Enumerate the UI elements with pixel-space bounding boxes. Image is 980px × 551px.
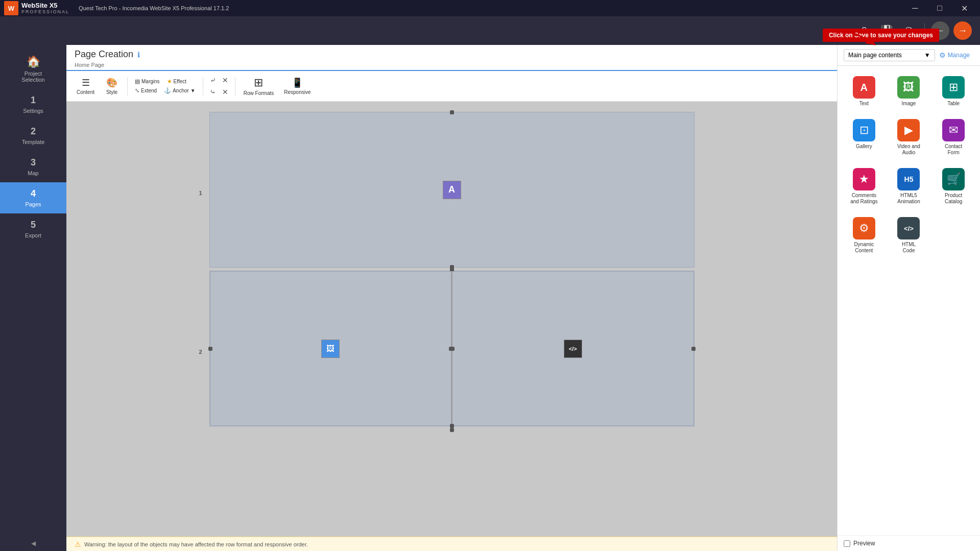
delete-btn-2[interactable]: ✕ [220,86,231,98]
step-num-4: 4 [31,188,36,199]
content-item-product-catalog[interactable]: 🛒 ProductCatalog [933,164,974,209]
text-item-label: Text [859,101,869,107]
content-item-image[interactable]: 🖼 Image [889,72,929,111]
page-info-icon[interactable]: ℹ [137,51,140,59]
responsive-label: Responsive [284,89,310,95]
image-item-label: Image [902,101,916,107]
forward-button[interactable]: → [953,21,972,40]
row-formats-label: Row Formats [244,90,274,96]
resize-handle-top[interactable] [450,110,454,114]
row2-resize-handle-bottom[interactable] [450,424,454,428]
sidebar-item-project-selection[interactable]: 🏠 ProjectSelection [0,49,66,89]
content-item-gallery[interactable]: ⊡ Gallery [844,115,885,160]
sidebar-label-pages: Pages [25,201,41,207]
move-btn-1[interactable]: ⤶ [207,75,219,86]
table-item-label: Table [947,101,960,107]
panel-dropdown-label: Main page contents [848,52,902,59]
comments-ratings-icon-symbol: ★ [859,173,869,186]
content-item-html-code[interactable]: </> HTMLCode [889,213,929,258]
effect-label: Effect [174,79,186,84]
content-icon: ☰ [82,77,90,88]
row-formats-button[interactable]: ⊞ Row Formats [240,74,278,98]
image-icon: 🖼 [897,76,920,99]
comments-ratings-item-label: Commentsand Ratings [850,193,877,205]
right-panel: Main page contents ▼ ⚙ Manage A Text [837,45,980,551]
video-audio-item-label: Video andAudio [897,143,920,156]
style-label: Style [106,89,117,95]
sidebar-collapse-button[interactable]: ◀ [0,536,66,551]
row-1-label: 1 [199,190,202,196]
sidebar-label-export: Export [25,232,41,238]
delete-btn-1[interactable]: ✕ [220,75,231,86]
style-button[interactable]: 🎨 Style [101,75,123,97]
margins-button[interactable]: ▤ Margins [132,77,163,86]
sidebar-item-settings[interactable]: 1 Settings [0,89,66,120]
dynamic-content-icon: ⚙ [853,217,875,239]
content-item-video-audio[interactable]: ▶ Video andAudio [889,115,929,160]
html-code-item-label: HTMLCode [902,242,916,254]
breadcrumb: Home Page [75,62,829,70]
content-item-table[interactable]: ⊞ Table [933,72,974,111]
home-icon: 🏠 [27,55,40,68]
sidebar-item-export[interactable]: 5 Export [0,213,66,245]
titlebar-left: W WebSite X5 PROFESSIONAL Quest Tech Pro… [4,1,229,15]
canvas-area[interactable]: 1 A 2 [66,102,837,537]
content-button[interactable]: ☰ Content [73,75,99,97]
canvas-row-1[interactable]: A [209,112,695,268]
content-item-dynamic-content[interactable]: ⚙ DynamicContent [844,213,885,258]
right-resize-left[interactable] [450,347,455,351]
panel-dropdown[interactable]: Main page contents ▼ [844,49,935,61]
sidebar-item-template[interactable]: 2 Template [0,120,66,151]
gallery-icon-symbol: ⊡ [859,124,869,137]
canvas-bottom-drag-handle[interactable] [450,428,454,432]
canvas-wrapper: 1 A 2 [209,112,695,526]
content-item-html5-animation[interactable]: H5 HTML5Animation [889,164,929,209]
image-icon-symbol: 🖼 [903,81,914,94]
manage-icon: ⚙ [939,51,946,59]
comments-ratings-icon: ★ [853,168,875,190]
effect-icon: ★ [167,78,172,85]
anchor-button[interactable]: ⚓ Anchor ▼ [161,86,199,95]
code-cell-icon[interactable]: </> [564,340,582,358]
anchor-icon: ⚓ [164,87,171,94]
page-header: Page Creation ℹ Home Page [66,45,837,71]
preview-checkbox[interactable] [844,540,850,547]
table-icon-symbol: ⊞ [949,81,958,94]
close-button[interactable]: ✕ [952,0,976,16]
sidebar-item-map[interactable]: 3 Map [0,151,66,182]
contact-form-icon-symbol: ✉ [949,124,958,137]
style-icon: 🎨 [106,77,117,88]
preview-label[interactable]: Preview [853,540,875,547]
canvas-cell-right[interactable]: </> [452,271,694,426]
canvas-cell-left[interactable]: 🖼 [210,271,452,426]
video-audio-icon: ▶ [897,119,920,141]
minimize-button[interactable]: ─ [903,0,927,16]
product-catalog-icon: 🛒 [942,168,965,190]
extend-label: Extend [141,88,157,93]
right-resize-right[interactable] [691,347,696,351]
gallery-icon: ⊡ [853,119,875,141]
row-2-container: 2 🖼 [209,271,695,426]
image-cell-icon[interactable]: 🖼 [321,340,340,358]
manage-button[interactable]: ⚙ Manage [935,49,974,61]
content-item-comments-ratings[interactable]: ★ Commentsand Ratings [844,164,885,209]
move-btn-2[interactable]: ⤷ [207,86,219,98]
sidebar-label-project: ProjectSelection [21,70,44,83]
left-resize-left[interactable] [208,347,212,351]
content-item-text[interactable]: A Text [844,72,885,111]
effect-button[interactable]: ★ Effect [164,77,189,86]
logo-area: W WebSite X5 PROFESSIONAL [4,1,69,15]
dynamic-content-item-label: DynamicContent [854,242,874,254]
table-icon: ⊞ [942,76,965,99]
main-content: Page Creation ℹ Home Page ☰ Content 🎨 St… [66,45,837,551]
maximize-button[interactable]: □ [928,0,951,16]
canvas-row-2[interactable]: 🖼 </> [209,271,695,426]
content-item-contact-form[interactable]: ✉ ContactForm [933,115,974,160]
text-icon-symbol: A [861,82,868,93]
warning-bar: ⚠ Warning: the layout of the objects may… [66,537,837,551]
sidebar-item-pages[interactable]: 4 Pages [0,182,66,213]
text-cell-icon[interactable]: A [443,181,461,199]
responsive-button[interactable]: 📱 Responsive [280,75,315,97]
extend-button[interactable]: ⤡ Extend [132,86,160,95]
toolbar-row-2: ⤡ Extend ⚓ Anchor ▼ [132,86,199,95]
